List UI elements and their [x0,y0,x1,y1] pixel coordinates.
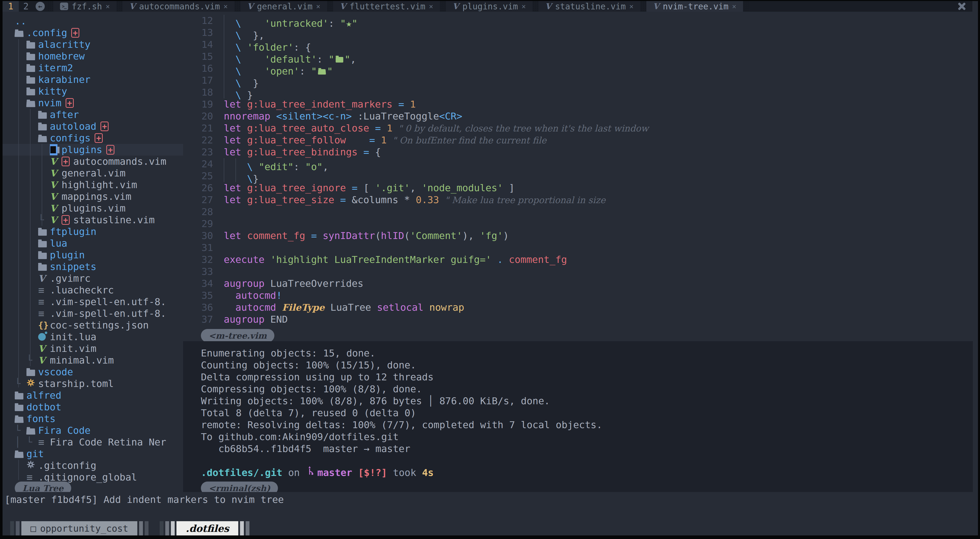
tmux-window-opportunity-cost[interactable]: □ opportunity_cost [10,521,148,536]
tree-icon-cell: ≡ [38,296,50,308]
tree-item-.gitconfig[interactable]: .gitconfig [3,460,183,471]
tree-indent-guide [30,109,30,366]
tree-item-autocommands.vim[interactable]: V+autocommands.vim [3,156,183,167]
close-all-icon[interactable] [957,2,966,11]
tree-item-.vim-spell-en.utf-8.[interactable]: ≡.vim-spell-en.utf-8. [3,296,183,308]
tree-item-highlight.vim[interactable]: Vhighlight.vim [3,179,183,191]
tree-item-after[interactable]: after [3,109,183,121]
buffer-close-icon[interactable]: × [224,2,228,11]
tree-item-.vim-spell-en.utf-8.[interactable]: ≡.vim-spell-en.utf-8. [3,308,183,320]
tree-item-..[interactable]: .. [3,15,183,27]
vim-file-icon: V [50,215,57,225]
tree-item-vscode[interactable]: vscode [3,366,183,378]
file-tree[interactable]: ...config+alacrittyhomebrewiterm2karabin… [3,12,183,492]
buffer-tab-autocommands.vim[interactable]: Vautocommands.vim× [123,1,234,12]
tree-item-karabiner[interactable]: karabiner [3,74,183,86]
tab-number-1[interactable]: 1 [3,1,19,12]
code-line[interactable]: 30let comment_fg = synIDattr(hlID('Comme… [183,230,973,242]
tabline: 1 2 ← >_fzf.sh×Vautocommands.vim×Vgenera… [3,1,972,12]
tree-item-init.vim[interactable]: Vinit.vim [3,343,183,355]
code-line[interactable]: 12 \ 'untracked': "★" [183,15,973,27]
line-number: 36 [183,302,224,313]
tree-item-.config[interactable]: .config+ [3,27,183,39]
tree-item-plugins.vim[interactable]: Vplugins.vim [3,202,183,214]
buffer-tab-nvim-tree.vim[interactable]: Vnvim-tree.vim× [646,1,743,12]
code-line[interactable]: 33 [183,266,973,278]
code-line[interactable]: 28 [183,206,973,218]
code-line[interactable]: 18 \ } [183,86,973,99]
tree-item-Fira-Code[interactable]: └ Fira Code [3,425,183,436]
tree-item-git[interactable]: git [3,448,183,460]
code-line[interactable]: 34augroup LuaTreeOverrides [183,278,973,289]
tree-item-dotbot[interactable]: dotbot [3,401,183,413]
tree-item-ftplugin[interactable]: ftplugin [3,226,183,237]
tree-item-plugin[interactable]: plugin [3,249,183,261]
code-line[interactable]: 16 \ 'open': "" [183,62,973,75]
code-line[interactable]: 23let g:lua_tree_bindings = { [183,146,973,158]
buffer-close-icon[interactable]: × [316,2,320,11]
tree-item-starship.toml[interactable]: └ starship.toml [3,378,183,390]
tree-item-label: iterm2 [38,62,73,73]
buffer-close-icon[interactable]: × [629,2,634,11]
code-text: \ 'untracked': "★" [224,15,358,27]
code-line[interactable]: 36 autocmd FileType LuaTree setlocal now… [183,302,973,313]
code-line[interactable]: 15 \ 'default': "", [183,51,973,62]
buffer-tab-plugins.vim[interactable]: Vplugins.vim× [446,1,533,12]
tree-item-statusline.vim[interactable]: └ V+statusline.vim [3,214,183,226]
code-editor[interactable]: 12 \ 'untracked': "★"13 \ },14 \ 'folder… [183,12,973,341]
tree-item-minimal.vim[interactable]: └ Vminimal.vim [3,355,183,366]
tree-item-iterm2[interactable]: iterm2 [3,62,183,74]
code-line[interactable]: 26let g:lua_tree_ignore = [ '.git', 'nod… [183,182,973,194]
tree-item-mappings.vim[interactable]: Vmappings.vim [3,191,183,202]
code-line[interactable]: 21let g:lua_tree_auto_close = 1 " 0 by d… [183,122,973,134]
tree-item-fonts[interactable]: fonts [3,413,183,425]
tree-item-.luacheckrc[interactable]: ≡.luacheckrc [3,284,183,296]
buffer-close-icon[interactable]: × [732,2,737,11]
tree-item-label: plugin [50,250,85,261]
tree-item-general.vim[interactable]: Vgeneral.vim [3,167,183,179]
tree-item-homebrew[interactable]: homebrew [3,50,183,62]
tree-item-nvim[interactable]: nvim+ [3,97,183,109]
tree-item-lua[interactable]: lua [3,237,183,249]
terminal-pane[interactable]: Enumerating objects: 15, done.Counting o… [183,341,973,492]
code-line[interactable]: 32execute 'highlight LuaTreeIndentMarker… [183,254,973,266]
buffer-tab-fluttertest.vim[interactable]: Vfluttertest.vim× [333,1,440,12]
buffer-close-icon[interactable]: × [105,2,110,11]
tree-item-autoload[interactable]: autoload+ [3,121,183,132]
tree-item-snippets[interactable]: snippets [3,261,183,273]
folder-icon [27,54,35,60]
code-line[interactable]: 35 autocmd! [183,289,973,302]
tree-icon-cell: V [50,156,62,167]
tree-item-alacritty[interactable]: alacritty [3,39,183,50]
code-line[interactable]: 14 \ 'folder': { [183,39,973,51]
code-line[interactable]: 19let g:lua_tree_indent_markers = 1 [183,99,973,110]
tree-item-plugins[interactable]: plugins+ [3,144,183,156]
code-line[interactable]: 22let g:lua_tree_follow = 1 " On bufEnte… [183,134,973,146]
circle-arrow-icon[interactable]: ← [36,2,45,11]
prompt-on: on [282,467,305,479]
tree-item-Fira-Code-Retina-Ner[interactable]: │ └ ≡Fira Code Retina Ner [3,436,183,448]
tmux-window-dotfiles[interactable]: .dotfiles [160,521,249,536]
tab-separator [234,1,240,12]
tree-item-configs[interactable]: configs+ [3,132,183,144]
code-line[interactable]: 37augroup END [183,313,973,326]
tree-connector: └ [38,214,50,226]
tree-item-alfred[interactable]: alfred [3,390,183,401]
code-line[interactable]: 20nnoremap <silent><c-n> :LuaTreeToggle<… [183,110,973,122]
buffer-close-icon[interactable]: × [522,2,526,11]
code-line[interactable]: 29 [183,218,973,230]
tree-item-init.lua[interactable]: init.lua [3,331,183,343]
tab-number-2[interactable]: 2 [19,1,33,12]
code-line[interactable]: 27let g:lua_tree_size = &columns * 0.33 … [183,194,973,206]
tree-item-.gvimrc[interactable]: V.gvimrc [3,273,183,284]
buffer-tab-statusline.vim[interactable]: Vstatusline.vim× [539,1,640,12]
buffer-close-icon[interactable]: × [429,2,433,11]
code-text: autocmd FileType LuaTree setlocal nowrap [224,302,464,313]
vim-icon: V [653,2,659,11]
buffer-tab-fzf.sh[interactable]: >_fzf.sh× [53,1,116,12]
tree-item-coc-settings.json[interactable]: {}coc-settings.json [3,320,183,331]
code-line[interactable]: 24 \ "edit": "o", [183,158,973,170]
tree-item-kitty[interactable]: kitty [3,86,183,97]
code-line[interactable]: 31 [183,242,973,254]
buffer-tab-general.vim[interactable]: Vgeneral.vim× [240,1,327,12]
